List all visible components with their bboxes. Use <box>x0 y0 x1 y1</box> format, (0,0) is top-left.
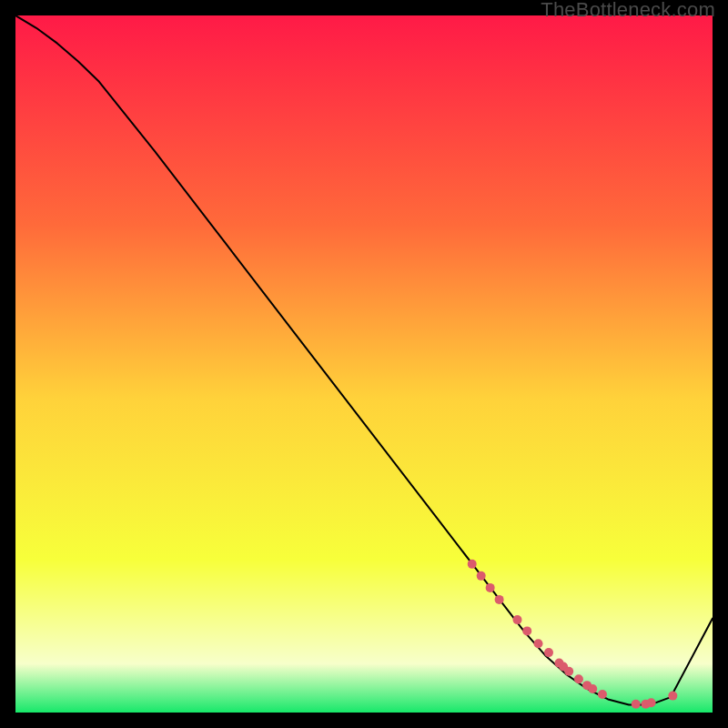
data-point <box>522 626 531 635</box>
data-point <box>544 648 553 657</box>
data-point <box>534 639 543 648</box>
data-point <box>588 684 597 693</box>
data-point <box>477 571 486 581</box>
data-point <box>632 700 641 709</box>
plot-svg <box>15 15 713 713</box>
data-point <box>513 615 522 624</box>
chart-stage: TheBottleneck.com <box>0 0 728 728</box>
data-point <box>564 667 573 676</box>
watermark-text: TheBottleneck.com <box>541 0 715 20</box>
data-point <box>668 692 677 701</box>
data-point <box>486 583 495 592</box>
plot-area <box>15 15 713 713</box>
data-point <box>495 595 504 604</box>
gradient-background <box>15 15 713 713</box>
data-point <box>598 690 607 699</box>
data-point <box>574 674 583 683</box>
data-point <box>468 560 477 569</box>
data-point <box>647 698 656 707</box>
